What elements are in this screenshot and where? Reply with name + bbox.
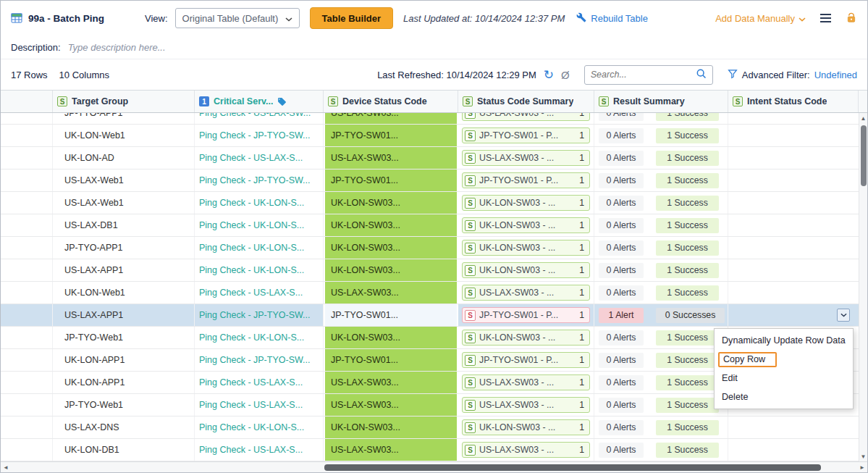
status-pill-text: UK-LON-SW03 - ... xyxy=(479,220,576,230)
column-header-blank xyxy=(1,91,53,112)
status-pill-text: UK-LON-SW03 - ... xyxy=(479,243,576,253)
status-pill-text: US-LAX-SW03 - ... xyxy=(479,113,576,118)
advanced-filter-value-link[interactable]: Undefined xyxy=(814,70,857,80)
unlock-icon[interactable] xyxy=(846,12,857,24)
column-header-label: Target Group xyxy=(72,96,128,106)
critical-service-cell: Ping Check - JP-TYO-SW... xyxy=(195,349,324,371)
critical-service-link[interactable]: Ping Check - US-LAX-S... xyxy=(199,400,303,410)
critical-service-link[interactable]: Ping Check - JP-TYO-SW... xyxy=(199,355,311,365)
menu-item-delete[interactable]: Delete xyxy=(715,388,853,406)
scroll-left-arrow-icon[interactable]: ◄ xyxy=(1,464,11,471)
menu-item-copy-row[interactable]: Copy Row xyxy=(715,350,853,369)
table-row[interactable]: JP-TYO-APP1Ping Check - US-LAX-SW...US-L… xyxy=(1,113,867,125)
scroll-up-arrow-icon[interactable]: ▲ xyxy=(859,113,867,123)
rebuild-table-control[interactable]: Rebuild Table xyxy=(576,12,648,25)
table-builder-button[interactable]: Table Builder xyxy=(310,7,393,29)
intent-status-cell xyxy=(728,214,859,236)
table-row[interactable]: US-LAX-Web1Ping Check - JP-TYO-SW...JP-T… xyxy=(1,169,867,192)
critical-service-link[interactable]: Ping Check - UK-LON-S... xyxy=(199,422,304,432)
string-type-icon: S xyxy=(328,96,338,106)
menu-item-dynamically-update-row-data[interactable]: Dynamically Update Row Data xyxy=(715,331,853,350)
column-header-critical-serv[interactable]: 1Critical Serv... xyxy=(195,91,324,112)
table-row[interactable]: US-LAX-Web1Ping Check - UK-LON-S...UK-LO… xyxy=(1,192,867,214)
table-row[interactable]: JP-TYO-APP1Ping Check - UK-LON-S...UK-LO… xyxy=(1,237,867,259)
device-status-cell: UK-LON-SW03... xyxy=(324,214,458,236)
view-select[interactable]: Original Table (Default) xyxy=(175,8,300,28)
critical-service-link[interactable]: Ping Check - UK-LON-S... xyxy=(199,332,304,343)
top-bar: 99a - Batch Ping View: Original Table (D… xyxy=(1,1,867,35)
result-summary-cell: 1 Alert0 Successes xyxy=(594,304,728,326)
row-handle-cell xyxy=(1,237,53,259)
target-group-label: JP-TYO-Web1 xyxy=(64,332,123,343)
column-header-target-group[interactable]: STarget Group xyxy=(53,91,195,112)
target-group-cell: UK-LON-AD xyxy=(53,147,195,169)
result-summary-cell: 0 Alerts1 Success xyxy=(594,125,728,146)
critical-service-link[interactable]: Ping Check - UK-LON-S... xyxy=(199,265,304,275)
status-pill-text: JP-TYO-SW01 - P... xyxy=(479,310,576,320)
table-row[interactable]: US-LAX-APP1Ping Check - JP-TYO-SW...JP-T… xyxy=(1,304,867,327)
menu-item-edit[interactable]: Edit xyxy=(715,369,853,388)
column-header-status-code-summary[interactable]: SStatus Code Summary xyxy=(458,91,594,112)
status-pill-count: 1 xyxy=(579,332,584,343)
critical-service-link[interactable]: Ping Check - UK-LON-S... xyxy=(199,198,304,208)
table-row[interactable]: US-LAX-DNSPing Check - UK-LON-S...UK-LON… xyxy=(1,417,867,439)
column-header-result-summary[interactable]: SResult Summary xyxy=(594,91,728,112)
critical-service-link[interactable]: Ping Check - US-LAX-S... xyxy=(199,153,303,163)
table-row[interactable]: UK-LON-Web1Ping Check - JP-TYO-SW...JP-T… xyxy=(1,125,867,147)
clear-filter-icon[interactable]: Ø xyxy=(561,70,570,80)
device-status-cell: UK-LON-SW03... xyxy=(324,192,458,214)
result-summary-cell: 0 Alerts1 Success xyxy=(594,147,728,169)
critical-service-link[interactable]: Ping Check - US-LAX-SW... xyxy=(199,113,311,118)
critical-service-link[interactable]: Ping Check - US-LAX-S... xyxy=(199,377,303,388)
device-status-cell: JP-TYO-SW01... xyxy=(324,304,458,326)
alerts-chip: 0 Alerts xyxy=(599,330,644,346)
critical-service-link[interactable]: Ping Check - JP-TYO-SW... xyxy=(199,130,311,141)
refresh-icon[interactable]: ↻ xyxy=(544,69,554,81)
string-type-badge-icon: S xyxy=(465,445,476,456)
column-header-device-status-code[interactable]: SDevice Status Code xyxy=(324,91,458,112)
critical-service-link[interactable]: Ping Check - US-LAX-S... xyxy=(199,288,303,298)
status-pill-text: JP-TYO-SW01 - P... xyxy=(479,130,576,141)
row-handle-cell xyxy=(1,259,53,281)
status-summary-pill: SUK-LON-SW03 - ...1 xyxy=(462,217,590,233)
device-status-label: US-LAX-SW03... xyxy=(331,377,399,388)
scroll-down-arrow-icon[interactable]: ▼ xyxy=(859,451,867,461)
table-header: STarget Group1Critical Serv...SDevice St… xyxy=(1,91,867,113)
table-row[interactable]: UK-LON-Web1Ping Check - US-LAX-S...US-LA… xyxy=(1,282,867,304)
table-row[interactable]: UK-LON-DB1Ping Check - US-LAX-S...US-LAX… xyxy=(1,439,867,461)
critical-service-cell: Ping Check - US-LAX-SW... xyxy=(195,113,324,124)
vertical-scrollbar-thumb[interactable] xyxy=(861,125,867,186)
add-data-manually-button[interactable]: Add Data Manually xyxy=(715,13,806,24)
critical-service-link[interactable]: Ping Check - JP-TYO-SW... xyxy=(199,310,311,320)
table-row[interactable]: US-LAX-DB1Ping Check - UK-LON-S...UK-LON… xyxy=(1,214,867,237)
critical-service-link[interactable]: Ping Check - JP-TYO-SW... xyxy=(199,175,311,185)
description-input[interactable]: Type description here... xyxy=(68,42,166,53)
status-summary-pill: SUK-LON-SW03 - ...1 xyxy=(462,419,590,435)
menu-icon[interactable] xyxy=(819,12,833,24)
critical-service-link[interactable]: Ping Check - UK-LON-S... xyxy=(199,220,304,230)
rebuild-table-link[interactable]: Rebuild Table xyxy=(591,13,648,24)
view-label: View: xyxy=(145,13,168,24)
critical-service-link[interactable]: Ping Check - US-LAX-S... xyxy=(199,445,303,455)
column-header-label: Result Summary xyxy=(613,96,685,106)
target-group-label: JP-TYO-APP1 xyxy=(64,243,123,253)
horizontal-scrollbar-thumb[interactable] xyxy=(324,464,821,471)
critical-service-link[interactable]: Ping Check - UK-LON-S... xyxy=(199,243,304,253)
column-header-intent-status-code[interactable]: SIntent Status Code xyxy=(728,91,859,112)
table-row[interactable]: UK-LON-ADPing Check - US-LAX-S...US-LAX-… xyxy=(1,147,867,169)
row-actions-dropdown[interactable] xyxy=(837,309,850,322)
table-row[interactable]: US-LAX-APP1Ping Check - UK-LON-S...UK-LO… xyxy=(1,259,867,282)
row-handle-cell xyxy=(1,169,53,191)
horizontal-scrollbar: ◄ ► xyxy=(1,461,867,472)
scroll-right-arrow-icon[interactable]: ► xyxy=(857,464,867,471)
status-pill-text: JP-TYO-SW01 - P... xyxy=(479,175,576,185)
result-summary-cell: 0 Alerts1 Success xyxy=(594,192,728,214)
device-status-label: US-LAX-SW03... xyxy=(331,288,399,298)
status-summary-cell: SUK-LON-SW03 - ...1 xyxy=(458,417,594,438)
intent-status-cell xyxy=(728,192,859,214)
target-group-label: UK-LON-Web1 xyxy=(64,288,125,298)
row-handle-cell xyxy=(1,394,53,416)
funnel-icon[interactable] xyxy=(728,69,738,81)
search-input[interactable] xyxy=(591,70,696,80)
search-icon[interactable] xyxy=(696,68,707,81)
